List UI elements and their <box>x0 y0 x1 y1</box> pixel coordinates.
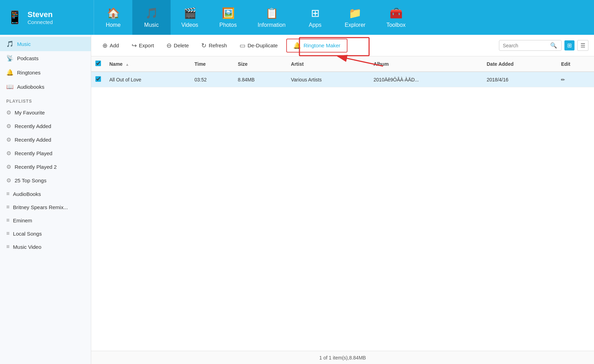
header-name: Name ▲ <box>105 56 190 72</box>
playlist-label-4: Recently Played 2 <box>15 164 57 170</box>
playlist-label-1: Recently Added <box>15 123 51 129</box>
sidebar-playlist-britney[interactable]: ≡ Britney Spears Remix... <box>0 200 91 214</box>
nav-music[interactable]: 🎵 Music <box>132 0 171 35</box>
table-area: Name ▲ Time Size Artist <box>91 56 594 351</box>
device-info: 📱 Steven Connected <box>0 0 94 35</box>
sort-icon: ▲ <box>125 62 129 66</box>
sidebar-playlist-eminem[interactable]: ≡ Eminem <box>0 214 91 227</box>
main-panel: ⊕ Add ↪ Export ⊖ Delete ↻ Refresh ▭ De <box>91 35 594 364</box>
export-label: Export <box>139 42 154 48</box>
sidebar-item-audiobooks[interactable]: 📖 Audiobooks <box>0 80 91 94</box>
add-button[interactable]: ⊕ Add <box>97 39 125 52</box>
grid-view-button[interactable]: ⊞ <box>564 40 575 50</box>
sidebar-playlist-music-video[interactable]: ≡ Music Video <box>0 240 91 253</box>
row-size: 8.84MB <box>234 72 287 87</box>
device-name: Steven <box>28 10 53 19</box>
refresh-button[interactable]: ↻ Refresh <box>196 39 233 52</box>
playlist-label-8: Eminem <box>13 217 32 223</box>
playlist-label-0: My Favourite <box>15 110 45 116</box>
apps-icon: ⊞ <box>311 7 320 19</box>
sidebar-ringtones-label: Ringtones <box>17 70 41 76</box>
nav-explorer[interactable]: 📁 Explorer <box>334 0 376 35</box>
header-size: Size <box>234 56 287 72</box>
sidebar-item-music[interactable]: 🎵 Music <box>0 37 91 51</box>
playlist-label-5: 25 Top Songs <box>15 177 46 183</box>
row-checkbox[interactable] <box>95 76 101 82</box>
export-button[interactable]: ↪ Export <box>126 39 159 52</box>
sidebar-playlist-25-top-songs[interactable]: ⚙ 25 Top Songs <box>0 174 91 187</box>
gear-icon-2: ⚙ <box>6 136 11 143</box>
nav-information[interactable]: 📋 Information <box>247 0 296 35</box>
nav-items: 🏠 Home 🎵 Music 🎬 Videos 🖼️ Photos 📋 Info… <box>94 0 594 35</box>
search-box: 🔍 <box>499 40 562 51</box>
search-input[interactable] <box>503 43 548 48</box>
sidebar-item-podcasts[interactable]: 📡 Podcasts <box>0 51 91 65</box>
toolbar: ⊕ Add ↪ Export ⊖ Delete ↻ Refresh ▭ De <box>91 35 594 56</box>
row-name: All Out of Love <box>105 72 190 87</box>
list-icon-9: ≡ <box>6 230 9 237</box>
deduplicate-icon: ▭ <box>240 42 245 49</box>
device-icon: 📱 <box>7 10 23 25</box>
deduplicate-button[interactable]: ▭ De-Duplicate <box>234 39 283 52</box>
table-header-row: Name ▲ Time Size Artist <box>91 56 594 72</box>
sidebar-playlist-recently-added-1[interactable]: ⚙ Recently Added <box>0 119 91 133</box>
gear-icon-0: ⚙ <box>6 109 11 116</box>
sidebar-playlist-local-songs[interactable]: ≡ Local Songs <box>0 227 91 240</box>
header-album: Album <box>369 56 483 72</box>
audiobooks-sidebar-icon: 📖 <box>6 83 14 90</box>
ringtones-sidebar-icon: 🔔 <box>6 69 14 76</box>
playlists-section-title: PLAYLISTS <box>0 94 91 106</box>
videos-icon: 🎬 <box>183 7 196 19</box>
header-checkbox-cell <box>91 56 105 72</box>
ringtone-maker-button[interactable]: 🔔 Ringtone Maker <box>286 39 347 53</box>
nav-photos[interactable]: 🖼️ Photos <box>209 0 247 35</box>
nav-toolbox[interactable]: 🧰 Toolbox <box>376 0 416 35</box>
search-icon: 🔍 <box>550 42 557 49</box>
nav-information-label: Information <box>258 22 286 28</box>
sidebar-playlist-recently-added-2[interactable]: ⚙ Recently Added <box>0 133 91 147</box>
podcasts-sidebar-icon: 📡 <box>6 55 14 62</box>
search-area: 🔍 ⊞ ☰ <box>499 40 588 51</box>
list-view-button[interactable]: ☰ <box>577 40 588 51</box>
select-all-checkbox[interactable] <box>95 61 101 66</box>
sidebar-podcasts-label: Podcasts <box>17 55 39 61</box>
gear-icon-3: ⚙ <box>6 150 11 157</box>
playlist-label-2: Recently Added <box>15 137 51 143</box>
list-icon-7: ≡ <box>6 204 9 210</box>
add-label: Add <box>110 42 119 48</box>
sidebar-playlist-recently-played-1[interactable]: ⚙ Recently Played <box>0 147 91 160</box>
home-icon: 🏠 <box>107 7 120 19</box>
table-row: All Out of Love 03:52 8.84MB Various Art… <box>91 72 594 87</box>
delete-button[interactable]: ⊖ Delete <box>161 39 194 52</box>
nav-apps[interactable]: ⊞ Apps <box>296 0 334 35</box>
row-artist: Various Artists <box>287 72 369 87</box>
playlist-label-9: Local Songs <box>13 231 42 237</box>
header-edit: Edit <box>557 56 594 72</box>
music-sidebar-icon: 🎵 <box>6 40 14 48</box>
row-edit[interactable]: ✏ <box>557 72 594 87</box>
nav-home[interactable]: 🏠 Home <box>94 0 132 35</box>
nav-videos[interactable]: 🎬 Videos <box>171 0 209 35</box>
nav-apps-label: Apps <box>309 22 321 28</box>
list-icon-10: ≡ <box>6 244 9 250</box>
sidebar-playlist-audiobooks[interactable]: ≡ AudioBooks <box>0 187 91 200</box>
sidebar-item-ringtones[interactable]: 🔔 Ringtones <box>0 65 91 80</box>
playlist-label-3: Recently Played <box>15 150 52 156</box>
delete-icon: ⊖ <box>166 42 172 49</box>
ringtone-icon: 🔔 <box>293 42 301 49</box>
export-icon: ↪ <box>132 42 137 49</box>
nav-home-label: Home <box>106 22 121 28</box>
playlist-label-10: Music Video <box>13 244 41 250</box>
row-date-added: 2018/4/16 <box>483 72 557 87</box>
explorer-icon: 📁 <box>349 7 361 19</box>
list-icon-6: ≡ <box>6 191 9 197</box>
music-icon: 🎵 <box>145 7 158 19</box>
nav-toolbox-label: Toolbox <box>386 22 406 28</box>
sidebar-playlist-recently-played-2[interactable]: ⚙ Recently Played 2 <box>0 160 91 174</box>
sidebar-audiobooks-label: Audiobooks <box>17 84 44 90</box>
music-table: Name ▲ Time Size Artist <box>91 56 594 87</box>
information-icon: 📋 <box>265 7 278 19</box>
nav-videos-label: Videos <box>181 22 198 28</box>
gear-icon-5: ⚙ <box>6 177 11 184</box>
sidebar-playlist-my-favourite[interactable]: ⚙ My Favourite <box>0 106 91 119</box>
